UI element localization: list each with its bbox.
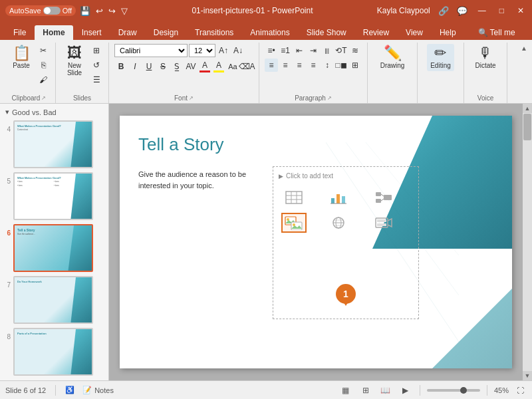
slideshow-button[interactable]: ▶ <box>398 384 413 397</box>
clear-format-button[interactable]: ⌫A <box>240 60 253 73</box>
format-painter-button[interactable]: 🖌 <box>37 73 50 86</box>
tab-slideshow[interactable]: Slide Show <box>299 25 354 40</box>
close-button[interactable]: ✕ <box>515 6 527 15</box>
paragraph-expand[interactable]: ↗ <box>327 95 332 101</box>
section-button[interactable]: ☰ <box>90 73 103 86</box>
dictate-button[interactable]: 🎙 Dictate <box>471 44 499 71</box>
scroll-down-arrow[interactable]: ▼ <box>523 371 532 380</box>
highlight-button[interactable]: A <box>212 60 225 73</box>
slide-7-thumb[interactable]: Do Your Homework <box>13 276 93 324</box>
content-placeholder[interactable]: ▶ Click to add text <box>273 166 419 319</box>
editing-button[interactable]: ✏ Editing <box>427 44 454 71</box>
ribbon-collapse-button[interactable]: ▲ <box>519 43 529 53</box>
insert-table-icon[interactable] <box>281 188 307 207</box>
normal-view-button[interactable]: ▦ <box>338 384 353 397</box>
tab-file[interactable]: File <box>5 25 34 40</box>
paste-button[interactable]: 📋 Paste <box>8 44 35 71</box>
zoom-thumb[interactable] <box>460 387 467 394</box>
smart-art-button[interactable]: ≋ <box>348 44 362 57</box>
svg-rect-27 <box>377 219 386 222</box>
slide-canvas[interactable]: Tell a Story Give the audience a reason … <box>120 116 512 368</box>
italic-button[interactable]: I <box>128 60 142 73</box>
redo-icon[interactable]: ↪ <box>108 6 116 16</box>
insert-smartart-icon[interactable] <box>371 188 396 207</box>
align-center-button[interactable]: ≡ <box>279 59 292 72</box>
slide-6-thumb[interactable]: Tell a Story Give the audience... <box>13 224 93 272</box>
drawing-label: Drawing <box>380 62 405 69</box>
shadow-button[interactable]: S̲ <box>170 60 184 73</box>
increase-indent-button[interactable]: ⇥ <box>307 44 320 57</box>
convert-smartart-button[interactable]: ⊞ <box>348 59 362 72</box>
font-size-select[interactable]: 12 <box>189 44 215 57</box>
scroll-up-arrow[interactable]: ▲ <box>523 104 532 113</box>
reset-button[interactable]: ↺ <box>90 59 103 72</box>
slide-body-text[interactable]: Give the audience a reason to be interes… <box>138 169 271 191</box>
undo-icon[interactable]: ↩ <box>96 6 103 16</box>
save-icon[interactable]: 💾 <box>80 6 90 16</box>
insert-chart-icon[interactable] <box>326 188 351 207</box>
slide-8-thumb[interactable]: Parts of a Presentation <box>13 328 93 376</box>
tab-view[interactable]: View <box>398 25 431 40</box>
autosave-toggle[interactable]: AutoSave Off <box>5 5 76 16</box>
shadow-shape-button[interactable]: □◼ <box>334 59 348 72</box>
tab-search[interactable]: 🔍 Tell me <box>470 25 523 40</box>
section-collapse-icon[interactable]: ▾ <box>5 108 9 116</box>
align-left-button[interactable]: ≡ <box>265 59 278 72</box>
slide-4-thumb[interactable]: What Makes a Presentation Good? Content … <box>13 120 93 168</box>
slide-title[interactable]: Tell a Story <box>138 134 224 155</box>
decrease-indent-button[interactable]: ⇤ <box>293 44 306 57</box>
slide-sorter-button[interactable]: ⊞ <box>358 384 373 397</box>
insert-video-icon[interactable] <box>371 213 396 233</box>
autosave-pill[interactable] <box>43 7 61 15</box>
text-direction-button[interactable]: ⟲T <box>334 44 348 57</box>
tab-home[interactable]: Home <box>35 25 72 40</box>
font-family-select[interactable]: Calibri <box>114 44 188 57</box>
numbering-button[interactable]: ≡1 <box>279 44 292 57</box>
increase-font-button[interactable]: A↑ <box>217 44 230 57</box>
minimize-button[interactable]: — <box>475 6 489 15</box>
reading-view-button[interactable]: 📖 <box>378 384 393 397</box>
tab-draw[interactable]: Draw <box>110 25 145 40</box>
drawing-button[interactable]: ✏️ Drawing <box>377 44 408 71</box>
tab-animations[interactable]: Animations <box>242 25 297 40</box>
tab-design[interactable]: Design <box>146 25 186 40</box>
strikethrough-button[interactable]: S <box>156 60 170 73</box>
layout-button[interactable]: ⊞ <box>90 44 103 57</box>
cut-button[interactable]: ✂ <box>37 44 50 57</box>
font-color-button[interactable]: A <box>198 60 211 73</box>
bold-button[interactable]: B <box>114 60 128 73</box>
slide-panel[interactable]: ▾ Good vs. Bad 4 What Makes a Presentati… <box>0 104 109 380</box>
decrease-font-button[interactable]: A↓ <box>231 44 245 57</box>
copy-button[interactable]: ⎘ <box>37 59 50 72</box>
canvas-scrollbar[interactable]: ▲ ▼ <box>523 104 532 380</box>
columns-button[interactable]: ⫼ <box>321 44 334 57</box>
slide-5-thumb[interactable]: What Makes a Presentation Good? • item• … <box>13 172 93 220</box>
clipboard-expand[interactable]: ↗ <box>41 95 46 101</box>
insert-pictures-icon[interactable] <box>281 213 307 233</box>
font-expand[interactable]: ↗ <box>189 95 194 101</box>
tab-transitions[interactable]: Transitions <box>187 25 241 40</box>
present-icon[interactable]: ▽ <box>121 6 128 16</box>
line-spacing-button[interactable]: ↕ <box>321 59 334 72</box>
tab-review[interactable]: Review <box>355 25 397 40</box>
new-slide-button[interactable]: 🖼 NewSlide <box>61 44 88 78</box>
zoom-slider[interactable] <box>427 389 480 392</box>
share-icon[interactable]: 🔗 <box>438 6 449 16</box>
align-right-button[interactable]: ≡ <box>293 59 306 72</box>
bullets-button[interactable]: ≡• <box>265 44 278 57</box>
tab-help[interactable]: Help <box>432 25 464 40</box>
restore-button[interactable]: □ <box>497 6 507 15</box>
editing-icon: ✏ <box>434 46 446 61</box>
insert-online-pics-icon[interactable] <box>326 213 351 233</box>
underline-button[interactable]: U <box>142 60 156 73</box>
char-spacing-button[interactable]: AV <box>184 60 198 73</box>
justify-button[interactable]: ≡ <box>307 59 320 72</box>
comments-icon[interactable]: 💬 <box>457 6 467 16</box>
scrollbar-track[interactable] <box>523 113 532 371</box>
tab-insert[interactable]: Insert <box>74 25 110 40</box>
notes-btn[interactable]: 📝 Notes <box>82 386 114 394</box>
callout-badge[interactable]: 1 <box>336 284 356 304</box>
scrollbar-thumb[interactable] <box>523 114 531 140</box>
canvas-area[interactable]: Tell a Story Give the audience a reason … <box>109 104 523 380</box>
fit-slide-button[interactable]: ⛶ <box>514 385 527 396</box>
